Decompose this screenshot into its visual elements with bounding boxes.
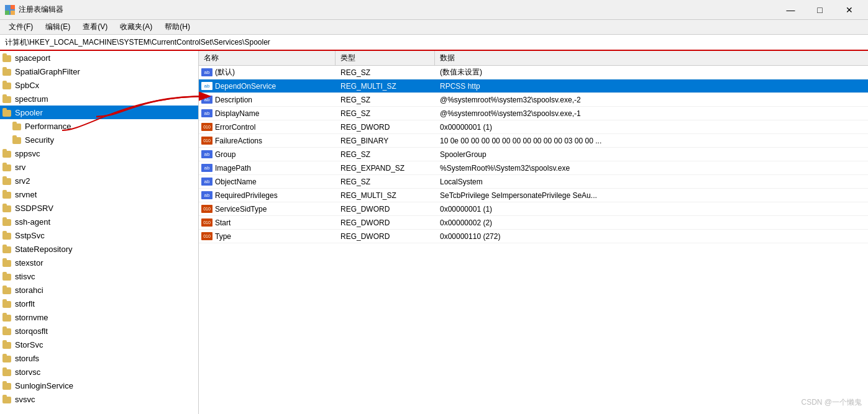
col-name-cell: abObjectName — [199, 178, 336, 186]
tree-item[interactable]: Performance — [0, 119, 198, 133]
table-row[interactable]: 010StartREG_DWORD0x00000002 (2) — [199, 216, 868, 230]
table-row[interactable]: abRequiredPrivilegesREG_MULTI_SZSeTcbPri… — [199, 189, 868, 202]
folder-icon — [2, 81, 12, 89]
col-data-cell: 0x00000001 (1) — [435, 205, 868, 214]
tree-item[interactable]: Security — [0, 133, 198, 146]
table-row[interactable]: abDisplayNameREG_SZ@%systemroot%\system3… — [199, 107, 868, 120]
folder-icon — [2, 326, 12, 335]
restore-button[interactable]: □ — [806, 1, 834, 19]
menu-view[interactable]: 查看(V) — [76, 20, 114, 34]
tree-item[interactable]: svsvc — [0, 392, 198, 406]
col-type-cell: REG_SZ — [336, 68, 435, 77]
reg-value-name: DisplayName — [215, 109, 259, 118]
tree-item-label: Spooler — [15, 108, 43, 117]
tree-item-label: stisvc — [15, 272, 35, 281]
tree-item-label: srv2 — [15, 176, 30, 186]
reg-value-name: Start — [215, 218, 231, 227]
table-row[interactable]: abObjectNameREG_SZLocalSystem — [199, 175, 868, 189]
reg-value-icon: ab — [201, 178, 212, 186]
col-data-cell: %SystemRoot%\System32\spoolsv.exe — [435, 164, 868, 173]
table-row[interactable]: abImagePathREG_EXPAND_SZ%SystemRoot%\Sys… — [199, 161, 868, 175]
folder-icon — [2, 299, 12, 308]
tree-item-label: SSDPSRV — [15, 204, 53, 213]
col-type-cell: REG_MULTI_SZ — [336, 191, 435, 200]
svg-rect-2 — [5, 11, 9, 15]
folder-icon — [2, 272, 12, 281]
folder-icon — [2, 367, 12, 376]
tree-item-label: SunloginService — [15, 381, 73, 390]
tree-item[interactable]: SunloginService — [0, 379, 198, 392]
folder-icon — [2, 381, 12, 390]
reg-value-name: Type — [215, 232, 231, 241]
tree-item[interactable]: storqosflt — [0, 324, 198, 338]
reg-value-icon: ab — [201, 191, 212, 199]
tree-item[interactable]: spectrum — [0, 92, 198, 106]
folder-icon — [2, 286, 12, 294]
col-type-cell: REG_SZ — [336, 178, 435, 186]
col-type-cell: REG_SZ — [336, 109, 435, 118]
col-type-cell: REG_DWORD — [336, 218, 435, 227]
tree-item-label: Performance — [25, 122, 71, 131]
folder-icon — [2, 108, 12, 117]
tree-item-label: sppsvc — [15, 149, 40, 158]
col-data-cell: LocalSystem — [435, 178, 868, 186]
tree-item[interactable]: SpatialGraphFilter — [0, 65, 198, 78]
folder-icon — [2, 258, 12, 267]
folder-icon — [2, 217, 12, 226]
tree-item[interactable]: srv — [0, 160, 198, 174]
close-button[interactable]: ✕ — [835, 1, 863, 19]
col-type-cell: REG_SZ — [336, 150, 435, 159]
menu-file[interactable]: 文件(F) — [2, 20, 39, 34]
col-data-cell: SeTcbPrivilege SeImpersonatePrivilege Se… — [435, 191, 868, 200]
tree-item[interactable]: stisvc — [0, 269, 198, 283]
main-layout: spaceportSpatialGraphFilterSpbCxspectrum… — [0, 51, 868, 414]
window-controls: — □ ✕ — [777, 1, 863, 19]
table-row[interactable]: ab(默认)REG_SZ(数值未设置) — [199, 66, 868, 79]
menu-help[interactable]: 帮助(H) — [158, 20, 196, 34]
tree-item[interactable]: Spooler — [0, 106, 198, 119]
tree-item[interactable]: StorSvc — [0, 338, 198, 351]
svg-rect-3 — [11, 11, 15, 15]
tree-item[interactable]: stornvme — [0, 310, 198, 324]
folder-icon — [2, 231, 12, 240]
col-data-cell: (数值未设置) — [435, 67, 868, 78]
tree-item[interactable]: storvsc — [0, 365, 198, 379]
tree-item[interactable]: ssh-agent — [0, 215, 198, 228]
tree-item[interactable]: storflt — [0, 297, 198, 310]
tree-item[interactable]: SSDPSRV — [0, 201, 198, 215]
table-row[interactable]: abDependOnServiceREG_MULTI_SZRPCSS http — [199, 79, 868, 93]
menu-favorites[interactable]: 收藏夹(A) — [114, 20, 158, 34]
col-type-cell: REG_DWORD — [336, 232, 435, 241]
tree-item[interactable]: storahci — [0, 283, 198, 297]
tree-item[interactable]: sppsvc — [0, 146, 198, 160]
tree-item-label: StateRepository — [15, 245, 73, 254]
menu-bar: 文件(F) 编辑(E) 查看(V) 收藏夹(A) 帮助(H) — [0, 20, 868, 35]
table-row[interactable]: 010ServiceSidTypeREG_DWORD0x00000001 (1) — [199, 202, 868, 216]
table-row[interactable]: abDescriptionREG_SZ@%systemroot%\system3… — [199, 93, 868, 107]
minimize-button[interactable]: — — [777, 1, 805, 19]
table-row[interactable]: abGroupREG_SZSpoolerGroup — [199, 148, 868, 161]
tree-item[interactable]: storufs — [0, 351, 198, 365]
reg-value-name: Group — [215, 150, 235, 159]
tree-item-label: storufs — [15, 354, 39, 363]
tree-item[interactable]: srv2 — [0, 174, 198, 187]
tree-item[interactable]: spaceport — [0, 51, 198, 65]
folder-icon — [12, 135, 22, 144]
tree-item[interactable]: stexstor — [0, 256, 198, 269]
reg-value-icon: ab — [201, 164, 212, 172]
table-row[interactable]: 010ErrorControlREG_DWORD0x00000001 (1) — [199, 120, 868, 134]
tree-item[interactable]: SstpSvc — [0, 228, 198, 242]
left-panel[interactable]: spaceportSpatialGraphFilterSpbCxspectrum… — [0, 51, 199, 414]
tree-item-label: stornvme — [15, 313, 48, 322]
tree-item[interactable]: SpbCx — [0, 78, 198, 92]
table-row[interactable]: 010TypeREG_DWORD0x00000110 (272) — [199, 230, 868, 243]
tree-item[interactable]: srvnet — [0, 187, 198, 201]
folder-icon — [2, 94, 12, 103]
table-row[interactable]: 010FailureActionsREG_BINARY10 0e 00 00 0… — [199, 134, 868, 148]
menu-edit[interactable]: 编辑(E) — [39, 20, 76, 34]
col-name-cell: abImagePath — [199, 164, 336, 173]
tree-item[interactable]: StateRepository — [0, 242, 198, 256]
col-data-cell: 10 0e 00 00 00 00 00 00 00 00 00 00 03 0… — [435, 137, 868, 145]
col-type-cell: REG_MULTI_SZ — [336, 82, 435, 91]
reg-value-name: ImagePath — [215, 164, 251, 173]
